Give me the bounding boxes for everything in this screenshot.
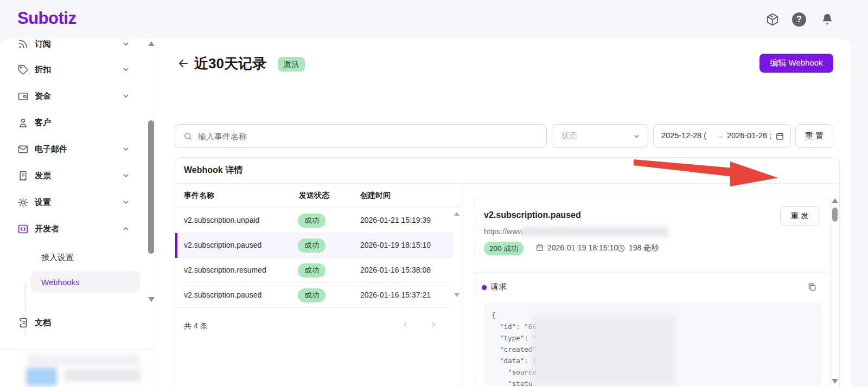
help-icon[interactable]: ? (792, 12, 806, 27)
duration: 198 毫秒 (629, 243, 659, 253)
chevron-down-icon (122, 65, 130, 74)
wallet-icon (17, 91, 29, 102)
user-profile-blur (28, 354, 139, 365)
search-icon (183, 132, 193, 141)
tag-icon (17, 64, 29, 75)
reset-button[interactable]: 重 置 (795, 124, 833, 148)
prev-page-button[interactable] (401, 320, 410, 329)
event-detail-card: v2.subscription.paused 重 发 https://www. … (474, 197, 831, 387)
calendar-icon (775, 132, 784, 141)
request-bullet (482, 285, 487, 290)
chevron-down-icon (122, 145, 130, 153)
status-pill: 成功 (298, 288, 326, 302)
date-range-picker[interactable]: 2025-12-28 ( → 2026-01-26 ; (653, 124, 791, 148)
chevron-up-icon (122, 224, 130, 233)
app-logo[interactable]: Subotiz (17, 9, 76, 28)
page-title: 近30天记录 (194, 54, 266, 73)
date-start: 2025-12-28 ( (661, 131, 706, 140)
rss-icon (17, 38, 29, 50)
edit-webhook-button[interactable]: 编辑 Webhook (760, 54, 833, 73)
avatar[interactable] (26, 367, 57, 386)
copy-icon[interactable] (807, 282, 817, 292)
webhook-detail-panel: Webhook 详情 事件名称 发送状态 创建时间 v2.subscriptio… (175, 157, 840, 387)
sidebar-scrollbar-thumb[interactable] (148, 120, 154, 254)
sidebar: 订阅 折扣 资金 客户 电子邮件 (0, 39, 156, 387)
sidebar-subitem-webhooks[interactable]: Webhooks (30, 271, 140, 293)
status-filter-select[interactable]: 状态 (552, 124, 648, 148)
status-badge: 激活 (278, 57, 305, 72)
table-scroll-up[interactable] (454, 212, 459, 216)
selected-indicator (175, 233, 177, 258)
clock-icon (617, 244, 626, 253)
bell-icon[interactable] (820, 12, 834, 27)
calendar-icon (535, 243, 544, 252)
chevron-down-icon (122, 198, 130, 207)
sidebar-item-email[interactable]: 电子邮件 (0, 141, 141, 157)
invoice-icon (17, 170, 29, 182)
resend-button[interactable]: 重 发 (780, 206, 819, 225)
next-page-button[interactable] (429, 320, 438, 329)
detail-scroll-down[interactable] (832, 379, 838, 384)
total-count: 共 4 条 (184, 321, 208, 331)
sidebar-item-developer[interactable]: 开发者 (0, 221, 141, 237)
sidebar-scroll-down[interactable] (148, 297, 155, 302)
status-pill: 成功 (298, 214, 326, 228)
main-window: 订阅 折扣 资金 客户 电子邮件 (0, 39, 851, 387)
sidebar-item-customers[interactable]: 客户 (0, 114, 141, 131)
sidebar-item-discounts[interactable]: 折扣 (0, 61, 141, 78)
panel-divider (461, 184, 461, 387)
search-input[interactable] (198, 125, 540, 147)
sidebar-divider (0, 350, 156, 350)
sidebar-subitem-access-settings[interactable]: 接入设置 (30, 247, 140, 268)
table-row[interactable]: v2.subscription.resumed成功2026-01-16 15:3… (175, 258, 453, 283)
table-scroll-down[interactable] (454, 293, 459, 297)
document-icon (17, 317, 29, 328)
chevron-down-icon (122, 171, 130, 180)
code-icon (17, 223, 29, 235)
table-row[interactable]: v2.subscription.paused成功2026-01-16 15:37… (175, 283, 453, 308)
table-header: 事件名称 发送状态 创建时间 (175, 184, 461, 208)
sidebar-item-funds[interactable]: 资金 (0, 88, 141, 104)
gear-icon (17, 197, 29, 208)
chevron-down-icon (122, 92, 130, 100)
sidebar-scroll-up[interactable] (148, 41, 155, 46)
user-icon (17, 117, 29, 128)
annotation-arrow (618, 151, 787, 189)
date-arrow: → (716, 131, 724, 140)
payload-blur (531, 314, 675, 385)
sidebar-item-subscriptions[interactable]: 订阅 (0, 36, 141, 52)
chevron-down-icon (122, 40, 130, 48)
event-name: v2.subscription.paused (484, 210, 581, 220)
http-status-badge: 200 成功 (484, 242, 524, 255)
sidebar-item-settings[interactable]: 设置 (0, 194, 141, 210)
table-row[interactable]: v2.subscription.unpaid成功2026-01-21 15:19… (175, 208, 453, 233)
url-blur (521, 227, 668, 237)
status-pill: 成功 (298, 263, 326, 278)
chevron-down-icon (633, 132, 641, 140)
detail-scrollbar-thumb[interactable] (832, 208, 838, 222)
search-field[interactable] (175, 124, 547, 148)
sidebar-item-invoices[interactable]: 发票 (0, 167, 141, 184)
sent-time: 2026-01-19 18:15:10 (547, 243, 618, 252)
back-arrow-icon[interactable] (177, 57, 190, 70)
status-pill: 成功 (298, 238, 326, 253)
table-row-selected[interactable]: v2.subscription.paused成功2026-01-19 18:15… (175, 233, 453, 258)
mail-icon (17, 144, 29, 155)
user-name-blur (64, 369, 141, 382)
request-section-label: 请求 (490, 282, 507, 292)
webhook-url: https://www. (484, 227, 525, 236)
detail-scroll-up[interactable] (832, 198, 838, 203)
card-divider (474, 272, 830, 273)
package-icon[interactable] (765, 12, 780, 27)
sidebar-item-docs[interactable]: 文档 (0, 314, 141, 331)
date-end: 2026-01-26 ; (727, 131, 771, 140)
